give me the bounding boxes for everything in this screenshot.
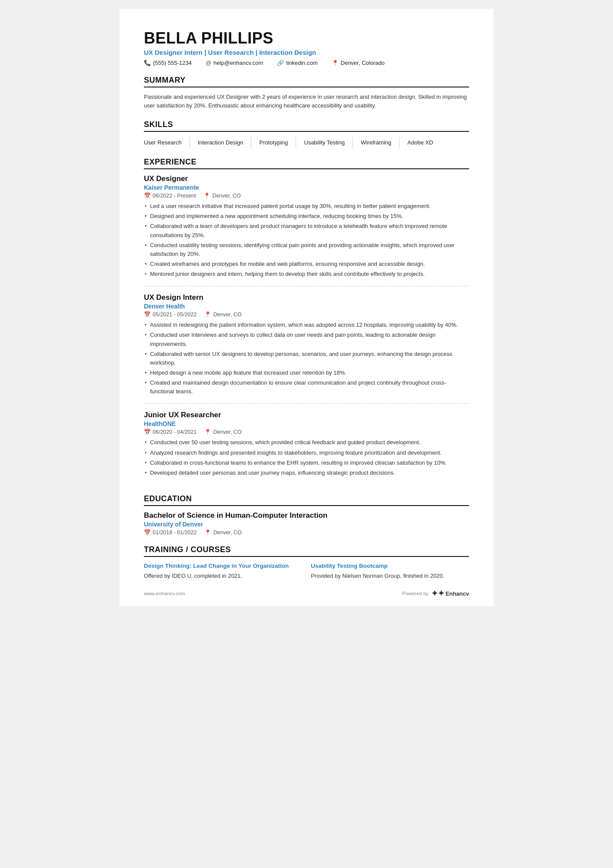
phone-icon: 📞 xyxy=(144,60,151,66)
skills-list: User ResearchInteraction DesignPrototypi… xyxy=(144,137,469,148)
bullet-item: Conducted usability testing sessions, id… xyxy=(144,241,469,258)
enhancv-logo: ✦✦ Enhancv xyxy=(431,589,469,598)
training-title: Usability Testing Bootcamp xyxy=(311,562,469,570)
bullet-item: Assisted in redesigning the patient info… xyxy=(144,321,469,329)
bullet-item: Conducted over 50 user testing sessions,… xyxy=(144,438,469,447)
skill-item: User Research xyxy=(144,137,190,148)
edu-dates: 📅 01/2018 - 01/2022 xyxy=(144,529,197,536)
linkedin-value: linkedin.com xyxy=(286,60,317,66)
edu-meta: 📅 01/2018 - 01/2022 📍 Denver, CO xyxy=(144,529,469,536)
job-location: 📍 Denver, CO xyxy=(203,192,240,199)
brand-name: Enhancv xyxy=(446,590,469,597)
training-desc: Offered by IDEO U, completed in 2021. xyxy=(144,572,302,580)
training-title: TRAINING / COURSES xyxy=(144,545,469,557)
resume-page: BELLA PHILLIPS UX Designer Intern | User… xyxy=(120,9,493,606)
powered-by-text: Powered by xyxy=(402,591,429,596)
job-dates: 📅 06/2020 - 04/2021 xyxy=(144,429,197,435)
job-dates: 📅 05/2021 - 05/2022 xyxy=(144,311,197,318)
calendar-icon: 📅 xyxy=(144,192,151,199)
footer-website: www.enhancv.com xyxy=(144,591,185,596)
email-icon: @ xyxy=(206,60,211,66)
skills-title: SKILLS xyxy=(144,120,469,132)
skill-item: Adobe XD xyxy=(407,137,441,148)
summary-section: SUMMARY Passionate and experienced UX De… xyxy=(144,76,469,111)
candidate-name: BELLA PHILLIPS xyxy=(144,30,469,47)
job-bullets: Conducted over 50 user testing sessions,… xyxy=(144,438,469,477)
training-item: Usability Testing BootcampProvided by Ni… xyxy=(311,562,469,580)
location-icon: 📍 xyxy=(332,60,339,66)
summary-title: SUMMARY xyxy=(144,76,469,87)
bullet-item: Analyzed research findings and presented… xyxy=(144,449,469,457)
bullet-item: Helped design a new mobile app feature t… xyxy=(144,369,469,377)
linkedin-contact: 🔗 linkedin.com xyxy=(277,60,317,66)
training-grid: Design Thinking: Lead Change in Your Org… xyxy=(144,562,469,580)
bullet-item: Created wireframes and prototypes for mo… xyxy=(144,260,469,268)
location-icon: 📍 xyxy=(203,192,210,199)
calendar-icon: 📅 xyxy=(144,529,151,536)
bullet-item: Collaborated with senior UX designers to… xyxy=(144,350,469,367)
footer-powered: Powered by ✦✦ Enhancv xyxy=(402,589,469,598)
phone-value: (555) 555-1234 xyxy=(153,60,192,66)
job-meta: 📅 06/2022 - Present 📍 Denver, CO xyxy=(144,192,469,199)
training-section: TRAINING / COURSES Design Thinking: Lead… xyxy=(144,545,469,580)
header: BELLA PHILLIPS UX Designer Intern | User… xyxy=(144,30,469,66)
calendar-icon: 📅 xyxy=(144,311,151,318)
edu-degree: Bachelor of Science in Human-Computer In… xyxy=(144,511,469,520)
training-desc: Provided by Nielsen Norman Group, finish… xyxy=(311,572,469,580)
job-bullets: Led a user research initiative that incr… xyxy=(144,202,469,278)
calendar-icon: 📅 xyxy=(144,429,151,435)
location-value: Denver, Colorado xyxy=(341,60,385,66)
job-company: HealthONE xyxy=(144,420,469,427)
training-title: Design Thinking: Lead Change in Your Org… xyxy=(144,562,302,570)
location-icon: 📍 xyxy=(204,529,211,536)
job-entry: UX Design InternDenver Health 📅 05/2021 … xyxy=(144,293,469,404)
bullet-item: Collaborated with a team of developers a… xyxy=(144,222,469,239)
jobs-container: UX DesignerKaiser Permanente 📅 06/2022 -… xyxy=(144,174,469,485)
skill-item: Interaction Design xyxy=(198,137,252,148)
page-footer: www.enhancv.com Powered by ✦✦ Enhancv xyxy=(144,589,469,598)
email-contact: @ help@enhancv.com xyxy=(206,60,263,66)
bullet-item: Designed and implemented a new appointme… xyxy=(144,212,469,221)
location-contact: 📍 Denver, Colorado xyxy=(332,60,385,66)
enhancv-icon: ✦✦ xyxy=(431,589,444,598)
bullet-item: Conducted user interviews and surveys to… xyxy=(144,331,469,348)
job-location: 📍 Denver, CO xyxy=(204,429,241,435)
candidate-title: UX Designer Intern | User Research | Int… xyxy=(144,49,469,56)
skill-item: Wireframing xyxy=(361,137,400,148)
bullet-item: Collaborated in cross-functional teams t… xyxy=(144,459,469,467)
education-title: EDUCATION xyxy=(144,494,469,506)
job-bullets: Assisted in redesigning the patient info… xyxy=(144,321,469,396)
job-location: 📍 Denver, CO xyxy=(204,311,241,318)
job-entry: UX DesignerKaiser Permanente 📅 06/2022 -… xyxy=(144,174,469,286)
edu-school: University of Denver xyxy=(144,521,469,528)
summary-text: Passionate and experienced UX Designer w… xyxy=(144,93,469,111)
phone-contact: 📞 (555) 555-1234 xyxy=(144,60,192,66)
job-title: Junior UX Researcher xyxy=(144,411,469,419)
experience-section: EXPERIENCE UX DesignerKaiser Permanente … xyxy=(144,158,469,485)
skills-section: SKILLS User ResearchInteraction DesignPr… xyxy=(144,120,469,148)
edu-location: 📍 Denver, CO xyxy=(204,529,241,536)
linkedin-icon: 🔗 xyxy=(277,60,284,66)
experience-title: EXPERIENCE xyxy=(144,158,469,169)
bullet-item: Led a user research initiative that incr… xyxy=(144,202,469,211)
contact-info: 📞 (555) 555-1234 @ help@enhancv.com 🔗 li… xyxy=(144,60,469,66)
training-item: Design Thinking: Lead Change in Your Org… xyxy=(144,562,302,580)
bullet-item: Developed detailed user personas and use… xyxy=(144,469,469,477)
email-value: help@enhancv.com xyxy=(213,60,263,66)
job-title: UX Design Intern xyxy=(144,293,469,302)
skill-item: Usability Testing xyxy=(304,137,353,148)
bullet-item: Created and maintained design documentat… xyxy=(144,379,469,396)
education-section: EDUCATION Bachelor of Science in Human-C… xyxy=(144,494,469,536)
job-meta: 📅 06/2020 - 04/2021 📍 Denver, CO xyxy=(144,429,469,435)
bullet-item: Mentored junior designers and intern, he… xyxy=(144,270,469,278)
job-company: Denver Health xyxy=(144,303,469,310)
job-meta: 📅 05/2021 - 05/2022 📍 Denver, CO xyxy=(144,311,469,318)
job-company: Kaiser Permanente xyxy=(144,184,469,191)
skill-item: Prototyping xyxy=(259,137,296,148)
job-title: UX Designer xyxy=(144,174,469,183)
location-icon: 📍 xyxy=(204,429,211,435)
job-dates: 📅 06/2022 - Present xyxy=(144,192,196,199)
location-icon: 📍 xyxy=(204,311,211,318)
job-entry: Junior UX ResearcherHealthONE 📅 06/2020 … xyxy=(144,411,469,485)
